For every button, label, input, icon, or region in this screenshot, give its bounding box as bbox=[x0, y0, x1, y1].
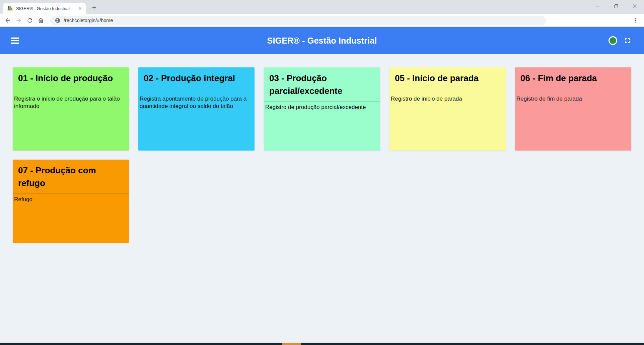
menu-hamburger-icon[interactable] bbox=[11, 38, 19, 44]
minimize-button[interactable] bbox=[588, 1, 606, 11]
new-tab-button[interactable]: + bbox=[90, 3, 98, 12]
url-text[interactable]: /rechcoletorgin/#/home bbox=[64, 18, 113, 23]
page-title: SIGER® - Gestão Industrial bbox=[0, 36, 644, 46]
tab-title: SIGER® - Gestão Industrial bbox=[16, 6, 77, 11]
address-bar[interactable]: /rechcoletorgin/#/home bbox=[50, 16, 546, 25]
browser-tab-strip: SIGER® - Gestão Industrial ✕ + bbox=[0, 0, 644, 14]
menu-card[interactable]: 01 - Início de produção Registra o iníci… bbox=[13, 67, 129, 151]
menu-card[interactable]: 03 - Produção parcial/excedente Registro… bbox=[264, 67, 380, 151]
card-title: 02 - Produção integral bbox=[144, 72, 251, 84]
card-description: Refugo bbox=[13, 194, 129, 203]
menu-card[interactable]: 02 - Produção integral Registra apontame… bbox=[138, 67, 255, 151]
card-description: Registro de produção parcial/excedente bbox=[264, 102, 380, 111]
main-content: 01 - Início de produção Registra o iníci… bbox=[0, 54, 644, 243]
browser-tab[interactable]: SIGER® - Gestão Industrial ✕ bbox=[3, 3, 86, 14]
app-header: SIGER® - Gestão Industrial bbox=[0, 27, 644, 54]
close-window-button[interactable] bbox=[625, 1, 644, 11]
menu-card[interactable]: 05 - Início de parada Registro de início… bbox=[389, 67, 506, 151]
back-icon[interactable] bbox=[3, 16, 12, 25]
card-description: Registro de fim de parada bbox=[515, 93, 631, 103]
tab-close-icon[interactable]: ✕ bbox=[77, 5, 83, 11]
menu-card[interactable]: 07 - Produção com refugo Refugo bbox=[13, 160, 129, 243]
card-title: 01 - Início de produção bbox=[18, 72, 125, 84]
connection-status-indicator bbox=[609, 36, 617, 45]
menu-card[interactable]: 06 - Fim de parada Registro de fim de pa… bbox=[515, 67, 631, 151]
site-globe-icon bbox=[55, 18, 60, 23]
header-actions bbox=[609, 36, 631, 45]
card-description: Registra apontamento de produção para a … bbox=[138, 93, 255, 110]
card-title: 07 - Produção com refugo bbox=[18, 164, 125, 189]
cards-grid: 01 - Início de produção Registra o iníci… bbox=[13, 67, 631, 243]
forward-icon[interactable] bbox=[14, 16, 23, 25]
card-title: 06 - Fim de parada bbox=[520, 72, 627, 84]
fullscreen-icon[interactable] bbox=[623, 37, 631, 45]
reload-icon[interactable] bbox=[25, 16, 34, 25]
favicon-factory-icon bbox=[7, 5, 13, 12]
card-title: 03 - Produção parcial/excedente bbox=[269, 72, 376, 97]
card-title: 05 - Início de parada bbox=[395, 72, 502, 84]
restore-button[interactable] bbox=[606, 1, 625, 11]
card-description: Registro de início de parada bbox=[389, 93, 506, 103]
taskbar-edge bbox=[0, 343, 644, 345]
card-description: Registra o início de produção para o tal… bbox=[13, 93, 129, 110]
browser-menu-icon[interactable] bbox=[631, 16, 639, 24]
window-controls bbox=[588, 1, 644, 11]
browser-toolbar: /rechcoletorgin/#/home bbox=[0, 14, 644, 27]
home-icon[interactable] bbox=[37, 16, 45, 25]
taskbar-active-app-indicator bbox=[282, 343, 301, 345]
